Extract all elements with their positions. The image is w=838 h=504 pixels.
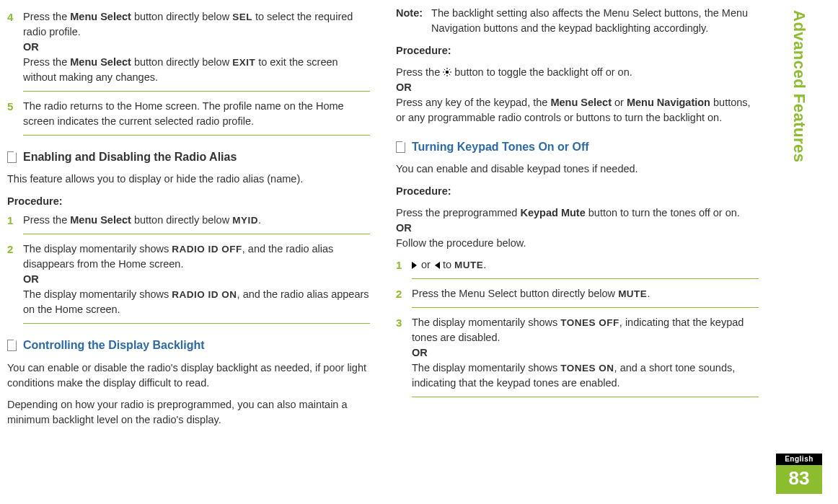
section-heading-tones: Turning Keypad Tones On or Off [396, 138, 759, 155]
or-label: OR [23, 273, 39, 285]
step-4: 4 Press the Menu Select button directly … [7, 9, 370, 92]
mute-code: MUTE [618, 288, 647, 299]
procedure-label: Procedure: [7, 194, 370, 209]
light-icon [443, 66, 451, 74]
tones-on-code: TONES ON [560, 363, 614, 373]
keypad-mute-label: Keypad Mute [520, 207, 585, 218]
menu-select-label: Menu Select [70, 56, 131, 68]
or-label: OR [396, 222, 412, 234]
mute-code: MUTE [454, 260, 483, 270]
backlight-p1: You can enable or disable the radio's di… [7, 361, 370, 391]
sel-code: SEL [232, 12, 252, 22]
svg-line-7 [444, 74, 445, 75]
step4-text-2: Press the Menu Select button directly be… [23, 56, 338, 83]
menu-select-label: Menu Select [70, 11, 131, 22]
tones-press: Press the preprogrammed Keypad Mute butt… [396, 205, 759, 251]
backlight-press: Press the button to toggle the backlight… [396, 65, 759, 125]
radio-id-on-code: RADIO ID ON [172, 289, 237, 300]
tones-off-code: TONES OFF [560, 317, 619, 328]
page-columns: 4 Press the Menu Select button directly … [7, 6, 759, 434]
svg-point-0 [446, 71, 449, 74]
procedure-label: Procedure: [396, 43, 759, 58]
page-badge: English 83 [776, 454, 822, 494]
note-block: Note: The backlight setting also affects… [396, 6, 759, 36]
page-number: 83 [776, 465, 822, 494]
step-number: 1 [396, 257, 402, 273]
alias-step-1: 1 Press the Menu Select button directly … [7, 213, 370, 234]
exit-code: EXIT [232, 57, 255, 68]
page-icon [7, 340, 17, 351]
step-5: 5 The radio returns to the Home screen. … [7, 99, 370, 136]
sidebar: Advanced Features English 83 [777, 7, 821, 497]
tones-intro: You can enable and disable keypad tones … [396, 162, 759, 177]
note-label: Note: [396, 6, 423, 36]
step-number: 1 [7, 213, 13, 229]
step-number: 4 [7, 9, 13, 25]
alias-step-2: 2 The display momentarily shows RADIO ID… [7, 242, 370, 324]
radio-id-off-code: RADIO ID OFF [172, 244, 242, 255]
or-label: OR [396, 81, 412, 93]
step5-text: The radio returns to the Home screen. Th… [23, 100, 344, 127]
step4-text: Press the Menu Select button directly be… [23, 11, 353, 37]
or-label: OR [23, 41, 39, 53]
section-title: Controlling the Display Backlight [23, 337, 205, 353]
page-icon [7, 151, 17, 163]
section-title: Turning Keypad Tones On or Off [412, 138, 589, 155]
backlight-p2: Depending on how your radio is preprogra… [7, 397, 370, 428]
step-number: 2 [7, 242, 13, 257]
svg-line-6 [449, 74, 450, 75]
tones-step-3: 3 The display momentarily shows TONES OF… [396, 315, 759, 397]
section-title: Enabling and Disabling the Radio Alias [23, 149, 237, 165]
arrow-left-icon [435, 262, 440, 269]
menu-navigation-label: Menu Navigation [627, 97, 710, 108]
page-icon [396, 141, 406, 153]
section-heading-backlight: Controlling the Display Backlight [7, 337, 370, 353]
note-text: The backlight setting also affects the M… [431, 6, 759, 36]
section-title-vertical: Advanced Features [788, 10, 811, 162]
myid-code: MYID [232, 215, 258, 226]
procedure-label: Procedure: [396, 184, 759, 199]
tones-step-1: 1 or to MUTE. [396, 257, 759, 279]
arrow-right-icon [412, 262, 417, 269]
alias-intro: This feature allows you to display or hi… [7, 172, 370, 187]
tones-step-2: 2 Press the Menu Select button directly … [396, 286, 759, 308]
menu-select-label: Menu Select [550, 97, 612, 108]
step-number: 2 [396, 286, 402, 302]
right-column: Note: The backlight setting also affects… [396, 6, 759, 434]
left-column: 4 Press the Menu Select button directly … [7, 6, 370, 434]
or-label: OR [412, 347, 428, 358]
language-label: English [776, 454, 822, 466]
section-heading-alias: Enabling and Disabling the Radio Alias [7, 149, 370, 165]
step-number: 3 [396, 315, 402, 331]
svg-line-8 [449, 69, 450, 70]
menu-select-label: Menu Select [70, 214, 131, 226]
svg-line-5 [444, 69, 445, 70]
step-number: 5 [7, 99, 13, 115]
